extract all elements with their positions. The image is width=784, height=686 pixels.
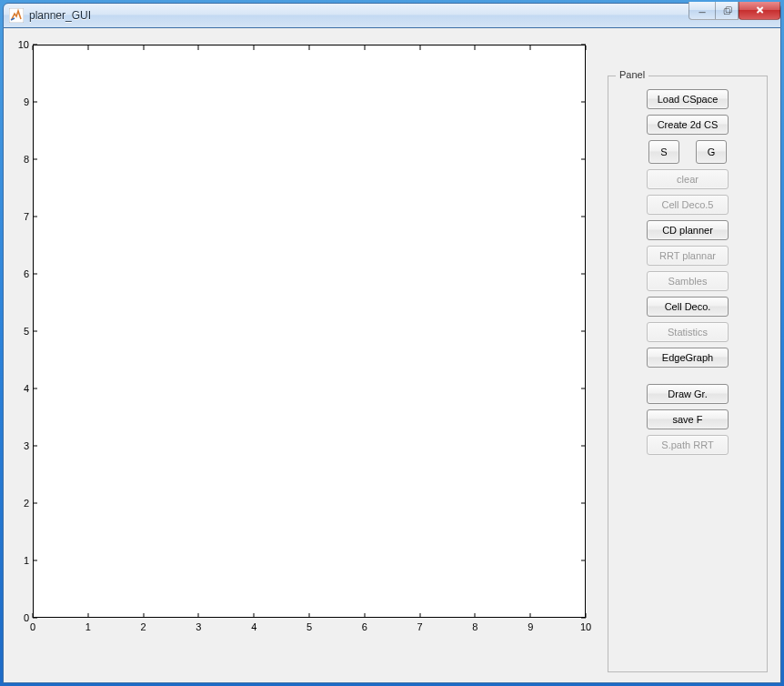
x-tick-mark [198,45,199,50]
close-button[interactable] [739,2,780,20]
create-2d-cs-button[interactable]: Create 2d CS [647,115,729,135]
x-tick-mark [254,45,255,50]
x-tick-mark [143,613,144,618]
x-tick-label: 5 [300,621,318,632]
y-tick-mark [581,274,586,275]
x-tick-mark [419,613,420,618]
x-tick-label: 6 [356,621,374,632]
x-tick-mark [364,45,365,50]
y-tick-mark [33,503,37,504]
sambles-button[interactable]: Sambles [647,271,729,291]
x-tick-mark [530,45,531,50]
x-tick-mark [198,613,199,618]
y-tick-label: 5 [13,326,29,337]
y-tick-mark [581,446,586,447]
y-tick-mark [33,560,37,561]
rrt-plannar-button[interactable]: RRT plannar [647,246,729,266]
y-tick-label: 3 [13,440,29,451]
y-tick-mark [33,446,37,447]
x-tick-mark [87,613,88,618]
cell-deco-button[interactable]: Cell Deco. [647,297,729,317]
close-icon [756,5,764,15]
x-tick-label: 0 [24,621,42,632]
y-tick-mark [581,159,586,160]
titlebar: planner_GUI [3,3,781,28]
s-button[interactable]: S [648,140,679,164]
x-tick-mark [419,45,420,50]
y-tick-mark [33,618,37,619]
x-tick-mark [87,45,88,50]
g-button[interactable]: G [696,140,727,164]
x-tick-mark [586,45,587,50]
x-tick-label: 7 [411,621,429,632]
minimize-icon [699,6,705,15]
x-tick-label: 1 [79,621,97,632]
window-controls [689,2,780,20]
edge-graph-button[interactable]: EdgeGraph [647,348,729,368]
statistics-button[interactable]: Statistics [647,322,729,342]
minimize-button[interactable] [689,2,715,20]
y-tick-mark [33,217,37,217]
x-tick-label: 2 [135,621,153,632]
control-panel: Panel Load CSpace Create 2d CS S G clear… [608,76,768,672]
y-tick-mark [581,331,586,332]
x-tick-mark [530,613,531,618]
x-tick-mark [475,613,476,618]
draw-gr-button[interactable]: Draw Gr. [647,384,729,404]
y-tick-label: 7 [13,211,29,222]
y-tick-mark [581,560,586,561]
x-tick-label: 10 [577,621,595,632]
y-tick-mark [33,45,37,45]
client-area: 012345678910012345678910 Panel Load CSpa… [3,28,781,683]
x-tick-mark [309,45,310,50]
y-tick-label: 4 [13,383,29,394]
x-tick-label: 8 [466,621,484,632]
clear-button[interactable]: clear [647,169,729,189]
x-tick-mark [254,613,255,618]
x-tick-mark [475,45,476,50]
panel-title: Panel [616,69,648,80]
cd-planner-button[interactable]: CD planner [647,220,729,240]
y-tick-mark [33,274,37,275]
panel-inner: Load CSpace Create 2d CS S G clear Cell … [608,76,767,464]
x-tick-mark [33,45,34,50]
y-tick-label: 2 [13,498,29,509]
axes-container: 012345678910012345678910 [13,45,595,645]
matlab-app-icon [9,8,24,23]
y-tick-mark [581,503,586,504]
x-tick-mark [586,613,587,618]
x-tick-mark [143,45,144,50]
x-tick-label: 4 [245,621,263,632]
x-tick-mark [33,613,34,618]
y-tick-mark [33,388,37,389]
y-tick-label: 10 [13,39,29,50]
maximize-icon [723,6,731,15]
x-tick-label: 9 [521,621,539,632]
spath-rrt-button[interactable]: S.path RRT [647,435,729,455]
y-tick-mark [581,388,586,389]
y-tick-mark [33,102,37,103]
save-f-button[interactable]: save F [647,409,729,429]
load-cspace-button[interactable]: Load CSpace [647,89,729,109]
y-tick-mark [581,217,586,217]
plot-axes[interactable] [33,45,586,618]
maximize-button[interactable] [715,2,739,20]
x-tick-mark [309,613,310,618]
y-tick-mark [581,102,586,103]
window-title: planner_GUI [29,9,91,22]
y-tick-mark [33,331,37,332]
x-tick-mark [364,613,365,618]
y-tick-label: 1 [13,555,29,566]
x-tick-label: 3 [189,621,207,632]
cell-deco-5-button[interactable]: Cell Deco.5 [647,195,729,215]
y-tick-label: 9 [13,96,29,107]
y-tick-label: 8 [13,154,29,165]
y-tick-label: 6 [13,268,29,279]
y-tick-mark [33,159,37,160]
